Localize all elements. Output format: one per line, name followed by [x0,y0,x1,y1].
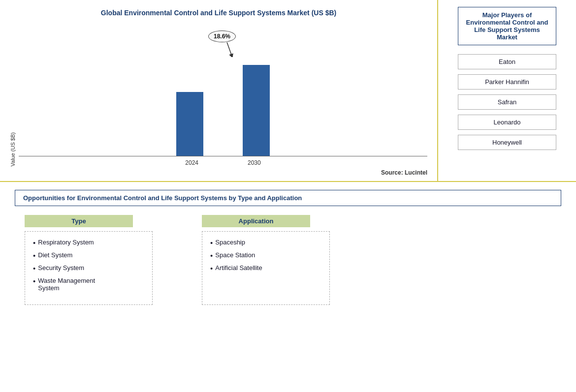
svg-line-0 [227,42,232,56]
bullet-4: • [33,277,35,285]
type-item-1-text: Respiratory System [38,239,94,246]
player-honeywell: Honeywell [458,135,556,150]
type-item-3-text: Security System [38,264,84,271]
oval-bubble: 18.6% [208,30,236,42]
chart-inner: 18.6% [19,22,427,166]
annotation-arrow [210,42,234,57]
y-axis-label: Value (US $B) [10,132,16,167]
application-item-1: • Spaceship [210,239,321,246]
player-leonardo: Leonardo [458,115,556,130]
players-title: Major Players of Environmental Control a… [458,7,556,45]
x-label-2030: 2030 [248,159,261,166]
player-safran: Safran [458,94,556,110]
source-text: Source: Lucintel [10,169,427,176]
bar-group-2024 [176,92,203,156]
top-section: Global Environmental Control and Life Su… [0,0,576,182]
type-header: Type [25,215,133,227]
x-axis-line [19,156,427,156]
players-section: Major Players of Environmental Control a… [438,0,576,181]
main-container: Global Environmental Control and Life Su… [0,0,576,392]
type-item-4: • Waste ManagementSystem [33,277,144,292]
chart-section: Global Environmental Control and Life Su… [0,0,438,181]
chart-title: Global Environmental Control and Life Su… [101,9,336,17]
bullet-2: • [33,252,35,259]
type-item-2: • Diet System [33,251,144,259]
bar-2024 [176,92,203,156]
app-bullet-1: • [210,239,213,246]
bars-relative: 18.6% [19,22,427,157]
bars-group [176,65,270,156]
app-bullet-2: • [210,252,213,259]
application-item-2-text: Space Station [215,251,255,259]
app-bullet-3: • [210,265,213,272]
application-header: Application [202,215,310,227]
type-list-box: • Respiratory System • Diet System • Sec… [25,231,153,305]
application-item-3-text: Artificial Satellite [215,264,262,271]
player-eaton: Eaton [458,54,556,69]
type-item-1: • Respiratory System [33,239,144,246]
x-label-2024: 2024 [185,159,198,166]
application-item-1-text: Spaceship [215,239,245,246]
application-item-2: • Space Station [210,251,321,259]
x-labels: 2024 2030 [19,159,427,166]
bullet-3: • [33,265,35,272]
type-item-4-text: Waste ManagementSystem [38,277,95,292]
type-item-3: • Security System [33,264,144,272]
type-column: Type • Respiratory System • Diet System … [25,215,153,305]
application-column: Application • Spaceship • Space Station … [202,215,330,305]
application-list-box: • Spaceship • Space Station • Artificial… [202,231,330,305]
type-item-2-text: Diet System [38,251,72,259]
bar-2030 [243,65,270,156]
opportunities-title: Opportunities for Environmental Control … [15,190,561,206]
bar-group-2030 [243,65,270,156]
player-parker-hannifin: Parker Hannifin [458,74,556,90]
annotation-area: 18.6% [208,30,236,57]
bottom-section: Opportunities for Environmental Control … [0,182,576,392]
bullet-1: • [33,239,35,246]
application-item-3: • Artificial Satellite [210,264,321,272]
chart-area: Value (US $B) 18.6% [10,22,427,166]
type-application-row: Type • Respiratory System • Diet System … [15,215,561,305]
